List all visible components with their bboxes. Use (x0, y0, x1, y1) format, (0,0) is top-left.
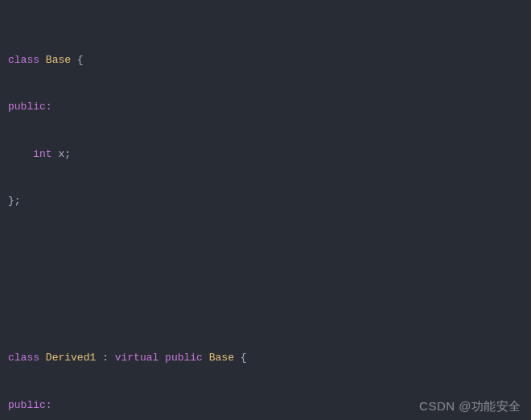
access-public: public: (8, 101, 52, 113)
code-line: public: (8, 99, 531, 115)
blank-line (8, 287, 531, 303)
type-int: int (33, 148, 51, 160)
code-line: int x; (8, 146, 531, 163)
blank-line (8, 241, 531, 257)
open-brace: { (77, 54, 84, 66)
code-block: class Base { public: int x; }; class Der… (0, 0, 531, 420)
code-line: class Base { (8, 52, 531, 68)
code-line: public: (8, 397, 531, 414)
access-public: public: (8, 399, 52, 411)
typename-base-ref: Base (209, 352, 234, 364)
typename-base: Base (46, 54, 71, 66)
keyword-virtual: virtual (115, 352, 159, 364)
keyword-public: public (165, 352, 203, 364)
close-brace: }; (8, 195, 21, 207)
semicolon: ; (64, 148, 71, 160)
open-brace: { (241, 352, 247, 364)
typename-derived1: Derived1 (46, 352, 96, 364)
code-line: }; (8, 193, 531, 209)
keyword-class: class (8, 54, 39, 66)
keyword-class: class (8, 352, 39, 364)
colon: : (102, 352, 109, 364)
code-line: class Derived1 : virtual public Base { (8, 350, 531, 366)
